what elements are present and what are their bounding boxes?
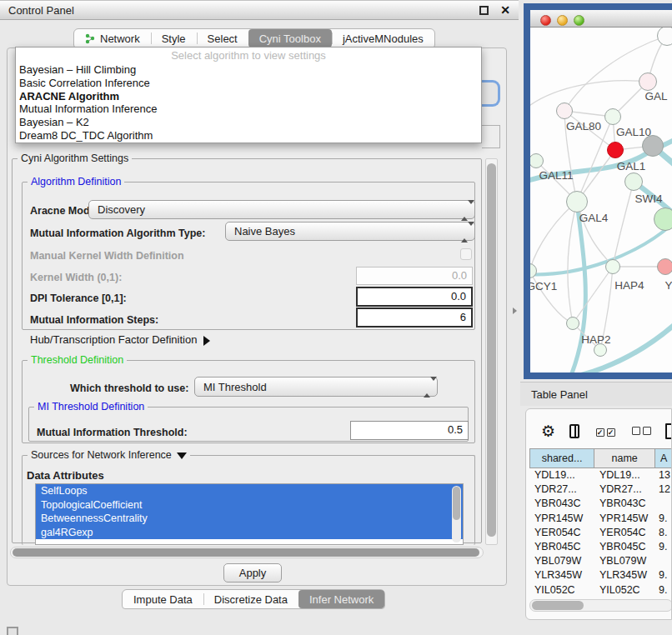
dpi-tolerance-field[interactable]: 0.0 [356,287,473,307]
algorithm-dropdown-prompt: Select algorithm to view settings [16,48,481,63]
apply-button[interactable]: Apply [223,563,282,582]
tab-infer-network[interactable]: Infer Network [298,590,384,608]
table-row[interactable]: YIL052CYIL052C9. [529,583,672,596]
network-window-titlebar[interactable] [530,10,672,28]
list-scrollbar[interactable] [452,486,461,542]
node-label: Y [664,279,672,292]
node-gal-pink[interactable] [639,72,657,91]
mac-zoom-button[interactable] [574,15,584,26]
mi-threshold-title: MI Threshold Definition [34,401,148,412]
mi-threshold-field[interactable]: 0.5 [350,421,469,440]
node-label: HAP4 [614,279,644,292]
network-view-window: GAL GAL80 GAL10 GAL1 GAL11 SWI4 GAL4 GCY… [524,3,672,379]
minimized-panel-icon[interactable] [7,627,18,635]
aracne-mode-select[interactable]: Discovery [88,200,475,219]
node-label: GAL4 [579,212,609,224]
mac-close-button[interactable] [540,15,551,26]
node-label: GAL80 [566,120,601,132]
node-salmon[interactable] [657,258,672,275]
menu-item-bayesian-k2[interactable]: Bayesian – K2 [16,116,481,129]
table-toolbar: ⚙ ✓✓ [526,418,672,444]
settings-horizontal-scrollbar[interactable] [10,547,484,558]
tab-network-label: Network [100,32,140,45]
panel-title: Control Panel [8,4,479,17]
list-item[interactable]: SelfLoops [36,484,463,498]
mi-algorithm-type-select[interactable]: Naive Bayes [225,222,475,241]
sources-title[interactable]: Sources for Network Inference [28,449,190,461]
table-row[interactable]: YBL079WYBL079W [529,554,672,568]
tab-cyni-toolbox[interactable]: Cyni Toolbox [248,29,332,48]
tab-select[interactable]: Select [197,29,248,48]
hub-section-toggle[interactable]: Hub/Transcription Factor Definition [30,333,210,346]
node-label: GAL [644,90,667,102]
node-swi4[interactable] [624,172,643,191]
node-gal1-red[interactable] [607,142,624,158]
tab-jactivemnodules[interactable]: jActiveMNodules [332,29,434,48]
close-icon[interactable]: ✕ [500,6,510,15]
table-header: shared... name A [529,448,672,468]
column-header-third[interactable]: A [655,449,672,468]
tab-style[interactable]: Style [151,29,197,48]
columns-icon[interactable] [569,424,579,438]
list-item[interactable]: BetweennessCentrality [36,512,463,526]
background-combo-fragment [480,80,500,107]
menu-item-mutual-information[interactable]: Mutual Information Inference [16,102,481,116]
table-row[interactable]: YPR145WYPR145W9. [529,512,672,526]
tab-impute-data[interactable]: Impute Data [123,590,203,608]
control-panel-tabbar: Network Style Select Cyni Toolbox jActiv… [73,28,435,48]
node-gal10[interactable] [604,108,621,125]
node-label: GAL1 [617,160,646,172]
network-canvas[interactable]: GAL GAL80 GAL10 GAL1 GAL11 SWI4 GAL4 GCY… [530,28,672,372]
deselect-all-icon[interactable] [629,423,651,438]
manual-kernel-width-checkbox[interactable] [460,248,472,260]
table-body: YDL19...YDL19...13 YDR27...YDR27...12 YB… [529,468,672,595]
node-hap4[interactable] [605,259,620,274]
stepper-arrows-icon [461,226,468,238]
table-panel-title: Table Panel [531,388,588,401]
document-icon[interactable] [665,423,672,439]
table-row[interactable]: YLR345WYLR345W9. [529,568,672,582]
kernel-width-field[interactable]: 0.0 [356,267,473,285]
list-item[interactable]: gal4RGexp [36,526,463,540]
dpi-tolerance-label: DPI Tolerance [0,1]: [30,292,127,304]
splitter-handle-icon[interactable] [513,308,517,314]
column-header-shared-name[interactable]: shared... [530,449,594,468]
mi-threshold-label: Mutual Information Threshold: [37,427,188,438]
list-item[interactable]: TopologicalCoefficient [36,498,463,512]
mi-algorithm-type-label: Mutual Information Algorithm Type: [30,228,205,239]
column-header-name[interactable]: name [594,449,655,468]
mac-minimize-button[interactable] [557,15,568,26]
select-all-icon[interactable]: ✓✓ [594,423,615,438]
table-horizontal-scrollbar[interactable] [529,599,672,612]
tab-network[interactable]: Network [74,29,151,48]
table-panel: ⚙ ✓✓ shared... name A YDL19...YDL19...13… [525,408,672,620]
algorithm-definition-title: Algorithm Definition [28,176,124,188]
node-green-large[interactable] [654,208,672,231]
node-gal80[interactable] [556,102,573,119]
menu-item-basic-correlation[interactable]: Basic Correlation Inference [16,77,481,90]
node-label: GAL10 [616,126,651,138]
menu-item-bayesian-hill-climbing[interactable]: Bayesian – Hill Climbing [16,63,481,77]
node-gal4[interactable] [566,191,588,212]
which-threshold-select[interactable]: MI Threshold [194,377,438,397]
table-row[interactable]: YER054CYER054C8. [529,526,672,540]
node-label: SWI4 [634,192,662,205]
float-window-icon[interactable] [479,6,489,15]
menu-item-dream8[interactable]: Dream8 DC_TDC Algorithm [16,129,481,142]
expand-right-icon [203,336,210,346]
tab-discretize-data[interactable]: Discretize Data [203,590,298,608]
kernel-width-label: Kernel Width (0,1): [30,272,122,283]
table-panel-titlebar: Table Panel [520,382,672,406]
data-attributes-list[interactable]: SelfLoops TopologicalCoefficient Between… [35,483,464,545]
table-row[interactable]: YDL19...YDL19...13 [529,468,672,482]
network-icon [85,33,96,44]
manual-kernel-width-label: Manual Kernel Width Definition [30,250,184,262]
settings-vertical-scrollbar[interactable] [485,158,498,545]
node-hap2[interactable] [566,317,579,330]
table-row[interactable]: YBR045CYBR045C9. [529,540,672,554]
table-row[interactable]: YDR27...YDR27...12 [529,482,672,497]
menu-item-aracne[interactable]: ARACNE Algorithm [16,90,481,103]
gear-icon[interactable]: ⚙ [541,422,555,441]
table-row[interactable]: YBR043CYBR043C [529,497,672,511]
mi-steps-field[interactable]: 6 [356,308,473,328]
